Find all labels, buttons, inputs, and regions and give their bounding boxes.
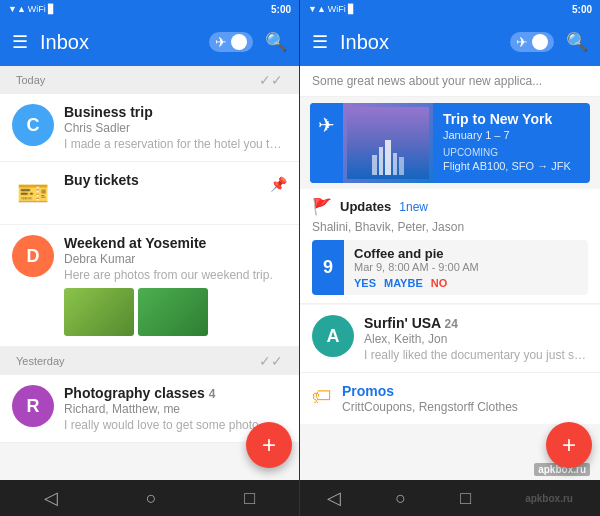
email-subject-yosemite: Weekend at Yosemite [64, 235, 287, 251]
cal-no-button[interactable]: NO [431, 277, 448, 289]
email-subject-surfin: Surfin' USA 24 [364, 315, 588, 331]
nav-recent-left[interactable]: □ [244, 488, 255, 509]
status-bar-right: ▼▲ WiFi ▊ 5:00 [300, 0, 600, 18]
fab-left[interactable]: + [246, 422, 292, 468]
email-sender-business: Chris Sadler [64, 121, 287, 135]
avatar-chris: C [12, 104, 54, 146]
email-sender-surfin: Alex, Keith, Jon [364, 332, 588, 346]
wifi-icon: WiFi [28, 4, 46, 14]
email-subject-business: Business trip [64, 104, 287, 120]
email-item-surfin[interactable]: A Surfin' USA 24 Alex, Keith, Jon I real… [300, 305, 600, 373]
tag-icon: 🏷 [312, 385, 332, 408]
nav-bar-right: ◁ ○ □ apkbox.ru [300, 480, 600, 516]
cal-details: Coffee and pie Mar 9, 8:00 AM - 9:00 AM … [344, 240, 588, 295]
app-bar-right: ☰ Inbox ✈ 🔍 [300, 18, 600, 66]
email-preview-yosemite: Here are photos from our weekend trip. [64, 268, 287, 282]
trip-image-overlay [343, 103, 433, 183]
check-all-icon-yesterday: ✓✓ [259, 353, 283, 369]
toggle-button-right[interactable]: ✈ [510, 32, 554, 52]
cal-maybe-button[interactable]: MAYBE [384, 277, 423, 289]
app-bar-left: ☰ Inbox ✈ 🔍 [0, 18, 299, 66]
signal-icon-right: ▼▲ [308, 4, 326, 14]
email-preview-surfin: I really liked the documentary you just … [364, 348, 588, 362]
email-count-photography: 4 [209, 387, 216, 401]
fab-icon-right: + [562, 431, 576, 459]
flag-icon: 🚩 [312, 197, 332, 216]
avatar-buy-tickets: 🎫 [12, 172, 54, 214]
email-content-photography: Photography classes 4 Richard, Matthew, … [64, 385, 287, 432]
app-title-right: Inbox [340, 31, 498, 54]
email-subject-photography: Photography classes 4 [64, 385, 287, 401]
email-sender-photography: Richard, Matthew, me [64, 402, 287, 416]
trip-flight: Flight AB100, SFO → JFK [443, 160, 580, 172]
promos-section[interactable]: 🏷 Promos CrittCoupons, Rengstorff Clothe… [300, 373, 600, 424]
email-content-tickets: Buy tickets [64, 172, 260, 188]
signal-icon: ▼▲ [8, 4, 26, 14]
photo-thumb-1 [64, 288, 134, 336]
trip-details: Trip to New York January 1 – 7 Upcoming … [433, 103, 590, 183]
right-panel: ▼▲ WiFi ▊ 5:00 ☰ Inbox ✈ 🔍 Some great ne… [300, 0, 600, 516]
status-time-left: 5:00 [271, 4, 291, 15]
section-today-label: Today [16, 74, 45, 86]
email-content-promos: Promos CrittCoupons, Rengstorff Clothes [342, 383, 588, 414]
pin-icon: 📌 [270, 176, 287, 192]
cal-actions: YES MAYBE NO [354, 277, 578, 289]
watermark-nav: apkbox.ru [525, 493, 573, 504]
search-icon-right[interactable]: 🔍 [566, 31, 588, 53]
email-subject-tickets: Buy tickets [64, 172, 260, 188]
trip-label: Upcoming [443, 147, 580, 158]
nav-home-right[interactable]: ○ [395, 488, 406, 509]
search-icon-left[interactable]: 🔍 [265, 31, 287, 53]
plane-icon: ✈ [318, 113, 335, 137]
cal-title: Coffee and pie [354, 246, 578, 261]
trip-card[interactable]: ✈ Trip to New York January 1 – 7 U [310, 103, 590, 183]
email-item-yosemite[interactable]: D Weekend at Yosemite Debra Kumar Here a… [0, 225, 299, 347]
avatar-richard: R [12, 385, 54, 427]
nav-home-left[interactable]: ○ [146, 488, 157, 509]
email-item-buy-tickets[interactable]: 🎫 Buy tickets 📌 [0, 162, 299, 225]
nav-bar-left: ◁ ○ □ [0, 480, 299, 516]
email-sender-yosemite: Debra Kumar [64, 252, 287, 266]
promos-senders: CrittCoupons, Rengstorff Clothes [342, 400, 588, 414]
check-all-icon: ✓✓ [259, 72, 283, 88]
fab-right[interactable]: + [546, 422, 592, 468]
email-content-business: Business trip Chris Sadler I made a rese… [64, 104, 287, 151]
avatar-debra: D [12, 235, 54, 277]
nav-back-right[interactable]: ◁ [327, 487, 341, 509]
trip-dates: January 1 – 7 [443, 129, 580, 141]
app-title-left: Inbox [40, 31, 197, 54]
toggle-button-left[interactable]: ✈ [209, 32, 253, 52]
nav-back-left[interactable]: ◁ [44, 487, 58, 509]
hamburger-icon[interactable]: ☰ [12, 31, 28, 53]
wifi-icon-right: WiFi [328, 4, 346, 14]
trip-title: Trip to New York [443, 111, 580, 127]
cal-yes-button[interactable]: YES [354, 277, 376, 289]
hamburger-icon-right[interactable]: ☰ [312, 31, 328, 53]
cal-time: Mar 9, 8:00 AM - 9:00 AM [354, 261, 578, 273]
updates-header: 🚩 Updates 1new [312, 197, 588, 216]
avatar-alex: A [312, 315, 354, 357]
section-yesterday: Yesterday ✓✓ [0, 347, 299, 375]
updates-new-badge: 1new [399, 200, 428, 214]
battery-icon: ▊ [48, 4, 55, 14]
calendar-card[interactable]: 9 Coffee and pie Mar 9, 8:00 AM - 9:00 A… [312, 240, 588, 295]
updates-section[interactable]: 🚩 Updates 1new Shalini, Bhavik, Peter, J… [300, 189, 600, 304]
status-bar-left: ▼▲ WiFi ▊ 5:00 [0, 0, 299, 18]
section-today: Today ✓✓ [0, 66, 299, 94]
cal-date: 9 [312, 240, 344, 295]
nav-recent-right[interactable]: □ [460, 488, 471, 509]
updates-label: Updates [340, 199, 391, 214]
email-content-surfin: Surfin' USA 24 Alex, Keith, Jon I really… [364, 315, 588, 362]
photo-thumb-2 [138, 288, 208, 336]
updates-senders: Shalini, Bhavik, Peter, Jason [312, 220, 588, 234]
promos-label: Promos [342, 383, 588, 399]
left-panel: ▼▲ WiFi ▊ 5:00 ☰ Inbox ✈ 🔍 Today ✓✓ C Bu… [0, 0, 300, 516]
section-yesterday-label: Yesterday [16, 355, 65, 367]
email-content-yosemite: Weekend at Yosemite Debra Kumar Here are… [64, 235, 287, 336]
status-time-right: 5:00 [572, 4, 592, 15]
email-item-business-trip[interactable]: C Business trip Chris Sadler I made a re… [0, 94, 299, 162]
trip-image [343, 103, 433, 183]
fab-icon-left: + [262, 431, 276, 459]
preview-text: Some great news about your new applica..… [300, 66, 600, 97]
email-images-yosemite [64, 288, 287, 336]
